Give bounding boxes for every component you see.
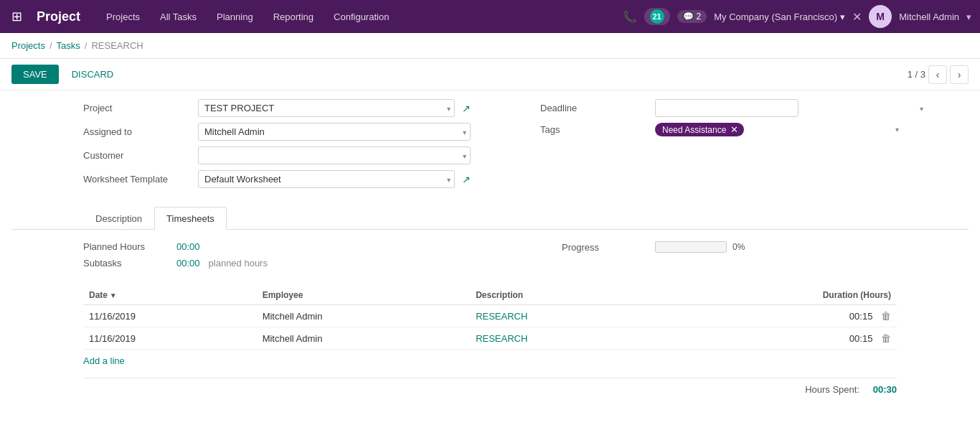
hours-spent-value: 00:30 bbox=[868, 384, 897, 395]
main-nav: Projects All Tasks Planning Reporting Co… bbox=[98, 7, 611, 27]
save-button[interactable]: SAVE bbox=[11, 65, 59, 84]
nav-projects[interactable]: Projects bbox=[98, 7, 149, 27]
customer-label: Customer bbox=[83, 150, 198, 161]
hours-spent-row: Hours Spent: 00:30 bbox=[83, 378, 897, 395]
worksheet-select[interactable]: Default Worksheet bbox=[198, 170, 455, 188]
breadcrumb-current: RESEARCH bbox=[91, 40, 143, 51]
delete-row-2-icon[interactable]: 🗑 bbox=[881, 332, 891, 344]
form-right: Deadline ▾ Tags Need Assistance ✕ ▾ bbox=[512, 99, 969, 194]
nav-reporting[interactable]: Reporting bbox=[265, 7, 322, 27]
avatar: M bbox=[869, 5, 892, 28]
worksheet-value-wrapper: Default Worksheet ▾ ↗ bbox=[198, 170, 471, 188]
subtasks-row: Subtasks 00:00 planned hours bbox=[83, 258, 418, 269]
assigned-to-label: Assigned to bbox=[83, 126, 198, 137]
tag-need-assistance: Need Assistance ✕ bbox=[655, 123, 744, 136]
topbar-right: 📞 21 💬 2 My Company (San Francisco) ▾ ✕ … bbox=[623, 5, 971, 28]
subtasks-value: 00:00 bbox=[176, 258, 200, 269]
nav-configuration[interactable]: Configuration bbox=[325, 7, 397, 27]
chevron-down-icon: ▾ bbox=[840, 11, 845, 22]
progress-label: Progress bbox=[562, 242, 655, 253]
close-icon[interactable]: ✕ bbox=[852, 10, 862, 24]
discard-button[interactable]: DISCARD bbox=[65, 65, 121, 84]
table-row: 11/16/2019 Mitchell Admin RESEARCH 00:15… bbox=[83, 305, 897, 327]
deadline-input[interactable] bbox=[655, 99, 798, 117]
progress-bar bbox=[655, 241, 727, 253]
timesheets-table: Date Employee Description Duration (Hour… bbox=[83, 286, 897, 350]
breadcrumb: Projects / Tasks / RESEARCH bbox=[0, 33, 980, 59]
project-external-link-icon[interactable]: ↗ bbox=[462, 103, 471, 114]
activity-badge[interactable]: 21 bbox=[644, 8, 670, 25]
col-date[interactable]: Date bbox=[83, 286, 257, 305]
nav-all-tasks[interactable]: All Tasks bbox=[151, 7, 205, 27]
prev-page-button[interactable]: ‹ bbox=[928, 65, 947, 84]
tab-timesheets[interactable]: Timesheets bbox=[154, 207, 227, 230]
delete-row-1-icon[interactable]: 🗑 bbox=[881, 310, 891, 322]
project-field-row: Project TEST PROJECT ▾ ↗ bbox=[83, 99, 512, 117]
add-line-link[interactable]: Add a line bbox=[83, 350, 125, 372]
progress-pct: 0% bbox=[732, 242, 745, 252]
cell-duration-2: 00:15 🗑 bbox=[659, 327, 897, 350]
customer-value-wrapper: ▾ bbox=[198, 146, 471, 164]
pagination-text: 1 / 3 bbox=[908, 69, 925, 80]
breadcrumb-tasks[interactable]: Tasks bbox=[57, 40, 80, 51]
customer-field-row: Customer ▾ bbox=[83, 146, 512, 164]
tags-value-wrapper: Need Assistance ✕ ▾ bbox=[655, 123, 899, 136]
assigned-to-select[interactable]: Mitchell Admin bbox=[198, 123, 471, 141]
deadline-select-wrapper: ▾ bbox=[655, 99, 928, 117]
cell-date-2: 11/16/2019 bbox=[83, 327, 257, 350]
activity-count: 21 bbox=[650, 9, 664, 24]
planned-hours-value: 00:00 bbox=[176, 241, 200, 252]
action-bar: SAVE DISCARD 1 / 3 ‹ › bbox=[0, 59, 980, 90]
cell-description-2: RESEARCH bbox=[470, 327, 659, 350]
deadline-caret-icon: ▾ bbox=[920, 104, 923, 112]
user-chevron-icon: ▾ bbox=[966, 11, 971, 22]
app-title: Project bbox=[37, 9, 80, 24]
form-left: Project TEST PROJECT ▾ ↗ Assigned to bbox=[11, 99, 512, 194]
col-duration: Duration (Hours) bbox=[659, 286, 897, 305]
breadcrumb-projects[interactable]: Projects bbox=[11, 40, 45, 51]
assigned-to-select-wrapper: Mitchell Admin ▾ bbox=[198, 123, 471, 141]
worksheet-external-link-icon[interactable]: ↗ bbox=[462, 174, 471, 185]
hours-spent-label: Hours Spent: bbox=[805, 384, 859, 395]
ts-summary-left: Planned Hours 00:00 Subtasks 00:00 plann… bbox=[83, 241, 418, 274]
topbar: ⊞ Project Projects All Tasks Planning Re… bbox=[0, 0, 980, 33]
message-badge[interactable]: 💬 2 bbox=[677, 10, 707, 23]
tags-field-row: Tags Need Assistance ✕ ▾ bbox=[540, 123, 969, 136]
phone-icon[interactable]: 📞 bbox=[623, 10, 637, 24]
breadcrumb-sep1: / bbox=[50, 40, 52, 51]
user-name[interactable]: Mitchell Admin bbox=[899, 11, 959, 22]
subtasks-label: Subtasks bbox=[83, 258, 176, 269]
apps-icon[interactable]: ⊞ bbox=[9, 6, 25, 27]
ts-summary-right: Progress 0% bbox=[418, 241, 897, 274]
company-selector[interactable]: My Company (San Francisco) ▾ bbox=[714, 11, 845, 22]
customer-select[interactable] bbox=[198, 146, 471, 164]
timesheets-section: Planned Hours 00:00 Subtasks 00:00 plann… bbox=[11, 230, 969, 395]
ts-summary: Planned Hours 00:00 Subtasks 00:00 plann… bbox=[83, 241, 897, 274]
project-label: Project bbox=[83, 103, 198, 113]
next-page-button[interactable]: › bbox=[950, 65, 969, 84]
worksheet-select-wrapper: Default Worksheet ▾ bbox=[198, 170, 455, 188]
tab-description[interactable]: Description bbox=[83, 207, 154, 230]
table-header-row: Date Employee Description Duration (Hour… bbox=[83, 286, 897, 305]
tag-close-icon[interactable]: ✕ bbox=[730, 124, 738, 135]
cell-employee-2: Mitchell Admin bbox=[257, 327, 470, 350]
nav-planning[interactable]: Planning bbox=[208, 7, 262, 27]
cell-duration-1: 00:15 🗑 bbox=[659, 305, 897, 327]
project-select[interactable]: TEST PROJECT bbox=[198, 99, 455, 117]
message-count: 2 bbox=[697, 11, 702, 22]
deadline-field-row: Deadline ▾ bbox=[540, 99, 969, 117]
worksheet-field-row: Worksheet Template Default Worksheet ▾ ↗ bbox=[83, 170, 512, 188]
progress-container: 0% bbox=[655, 241, 745, 253]
assigned-to-field-row: Assigned to Mitchell Admin ▾ bbox=[83, 123, 512, 141]
deadline-value-wrapper: ▾ bbox=[655, 99, 928, 117]
pagination: 1 / 3 ‹ › bbox=[908, 65, 969, 84]
planned-hours-label: Planned Hours bbox=[83, 241, 176, 252]
company-name: My Company (San Francisco) bbox=[714, 11, 837, 22]
planned-hours-row: Planned Hours 00:00 bbox=[83, 241, 418, 252]
col-employee: Employee bbox=[257, 286, 470, 305]
assigned-to-value-wrapper: Mitchell Admin ▾ bbox=[198, 123, 471, 141]
tag-label: Need Assistance bbox=[662, 125, 726, 135]
subtasks-suffix: planned hours bbox=[209, 258, 268, 269]
tags-caret-icon: ▾ bbox=[895, 126, 899, 134]
table-row: 11/16/2019 Mitchell Admin RESEARCH 00:15… bbox=[83, 327, 897, 350]
